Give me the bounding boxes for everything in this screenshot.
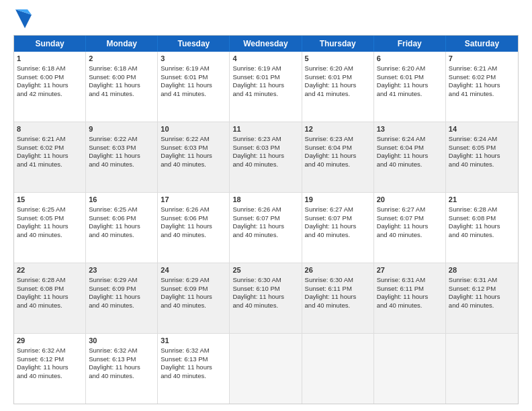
day-number: 4 [232,54,298,64]
day-number: 1 [17,54,83,64]
calendar-cell: 9Sunrise: 6:22 AMSunset: 6:03 PMDaylight… [86,122,158,192]
day-info-line: and 40 minutes. [377,302,443,310]
day-info-line: Sunset: 6:04 PM [377,144,443,152]
weekday-header: Wednesday [230,36,302,52]
day-number: 22 [17,265,83,275]
day-number: 28 [449,265,515,275]
day-info-line: Sunset: 6:07 PM [377,214,443,223]
calendar-cell: 15Sunrise: 6:25 AMSunset: 6:05 PMDayligh… [14,193,86,263]
day-info-line: Sunset: 6:13 PM [89,355,154,364]
empty-cell [230,334,302,404]
day-number: 20 [377,195,443,205]
calendar-cell: 14Sunrise: 6:24 AMSunset: 6:05 PMDayligh… [446,122,518,192]
day-info-line: Daylight: 11 hours [377,293,443,302]
day-info-line: and 40 minutes. [232,302,298,310]
day-info-line: Sunrise: 6:29 AM [161,276,226,285]
day-info-line: Sunrise: 6:19 AM [161,64,226,73]
day-number: 15 [17,195,83,205]
day-info-line: Sunrise: 6:19 AM [232,64,298,73]
day-info-line: Sunrise: 6:32 AM [89,347,154,355]
day-info-line: and 40 minutes. [17,231,83,240]
day-info-line: Daylight: 11 hours [377,81,443,90]
day-info-line: Daylight: 11 hours [89,222,154,231]
calendar-cell: 21Sunrise: 6:28 AMSunset: 6:08 PMDayligh… [446,193,518,263]
day-info-line: Sunset: 6:03 PM [89,144,154,152]
day-info-line: and 40 minutes. [17,372,83,381]
day-info-line: Daylight: 11 hours [305,293,371,302]
day-info-line: Sunset: 6:13 PM [161,355,226,364]
calendar-cell: 22Sunrise: 6:28 AMSunset: 6:08 PMDayligh… [14,263,86,333]
calendar-cell: 24Sunrise: 6:29 AMSunset: 6:09 PMDayligh… [158,263,230,333]
day-info-line: Sunrise: 6:31 AM [377,276,443,285]
day-info-line: Sunrise: 6:18 AM [89,64,154,73]
day-info-line: and 40 minutes. [449,302,515,310]
calendar-week: 22Sunrise: 6:28 AMSunset: 6:08 PMDayligh… [14,263,518,333]
weekday-header: Sunday [14,36,86,52]
day-info-line: Daylight: 11 hours [377,222,443,231]
day-info-line: and 40 minutes. [17,302,83,310]
day-info-line: Sunset: 6:00 PM [17,73,83,82]
day-info-line: Sunrise: 6:28 AM [449,205,515,214]
day-info-line: Daylight: 11 hours [89,293,154,302]
day-info-line: and 40 minutes. [89,302,154,310]
day-info-line: Sunrise: 6:30 AM [305,276,371,285]
day-info-line: Sunrise: 6:22 AM [161,135,226,144]
day-info-line: Daylight: 11 hours [232,152,298,161]
day-info-line: Daylight: 11 hours [449,293,515,302]
day-number: 7 [449,54,515,64]
day-info-line: and 41 minutes. [449,90,515,99]
day-number: 17 [161,195,226,205]
day-info-line: Sunset: 6:08 PM [17,285,83,293]
day-number: 16 [89,195,154,205]
day-info-line: Daylight: 11 hours [17,152,83,161]
calendar-header-row: SundayMondayTuesdayWednesdayThursdayFrid… [14,36,518,52]
day-info-line: and 40 minutes. [305,231,371,240]
weekday-header: Thursday [302,36,374,52]
calendar-cell: 25Sunrise: 6:30 AMSunset: 6:10 PMDayligh… [230,263,302,333]
day-info-line: Daylight: 11 hours [89,81,154,90]
day-info-line: Sunrise: 6:18 AM [17,64,83,73]
day-info-line: Sunrise: 6:25 AM [89,205,154,214]
day-info-line: Sunrise: 6:28 AM [17,276,83,285]
day-number: 6 [377,54,443,64]
day-info-line: Sunset: 6:01 PM [305,73,371,82]
day-info-line: Sunrise: 6:23 AM [232,135,298,144]
day-info-line: Daylight: 11 hours [89,152,154,161]
day-info-line: and 41 minutes. [161,90,226,99]
day-info-line: Daylight: 11 hours [161,293,226,302]
calendar-cell: 1Sunrise: 6:18 AMSunset: 6:00 PMDaylight… [14,52,86,122]
day-info-line: Sunrise: 6:25 AM [17,205,83,214]
day-number: 25 [232,265,298,275]
day-info-line: Daylight: 11 hours [17,222,83,231]
day-info-line: Daylight: 11 hours [232,222,298,231]
day-info-line: and 41 minutes. [377,90,443,99]
calendar-cell: 17Sunrise: 6:26 AMSunset: 6:06 PMDayligh… [158,193,230,263]
day-info-line: Sunset: 6:07 PM [232,214,298,223]
day-info-line: Sunrise: 6:21 AM [449,64,515,73]
day-number: 26 [305,265,371,275]
calendar-cell: 29Sunrise: 6:32 AMSunset: 6:12 PMDayligh… [14,334,86,404]
day-info-line: Sunset: 6:07 PM [305,214,371,223]
calendar-cell: 20Sunrise: 6:27 AMSunset: 6:07 PMDayligh… [374,193,446,263]
calendar-cell: 11Sunrise: 6:23 AMSunset: 6:03 PMDayligh… [230,122,302,192]
day-info-line: Sunset: 6:01 PM [377,73,443,82]
calendar-cell: 5Sunrise: 6:20 AMSunset: 6:01 PMDaylight… [302,52,374,122]
day-info-line: Sunrise: 6:26 AM [161,205,226,214]
calendar-week: 1Sunrise: 6:18 AMSunset: 6:00 PMDaylight… [14,52,518,122]
day-number: 2 [89,54,154,64]
calendar-cell: 31Sunrise: 6:32 AMSunset: 6:13 PMDayligh… [158,334,230,404]
day-info-line: Sunset: 6:11 PM [305,285,371,293]
calendar-cell: 7Sunrise: 6:21 AMSunset: 6:02 PMDaylight… [446,52,518,122]
day-info-line: Sunset: 6:01 PM [232,73,298,82]
calendar-cell: 26Sunrise: 6:30 AMSunset: 6:11 PMDayligh… [302,263,374,333]
day-info-line: and 40 minutes. [89,231,154,240]
day-info-line: Daylight: 11 hours [377,152,443,161]
day-info-line: Sunset: 6:01 PM [161,73,226,82]
header [13,12,519,28]
day-info-line: Sunset: 6:02 PM [17,144,83,152]
day-number: 10 [161,124,226,134]
empty-cell [302,334,374,404]
calendar-cell: 30Sunrise: 6:32 AMSunset: 6:13 PMDayligh… [86,334,158,404]
day-info-line: Sunset: 6:09 PM [161,285,226,293]
day-info-line: Daylight: 11 hours [232,81,298,90]
